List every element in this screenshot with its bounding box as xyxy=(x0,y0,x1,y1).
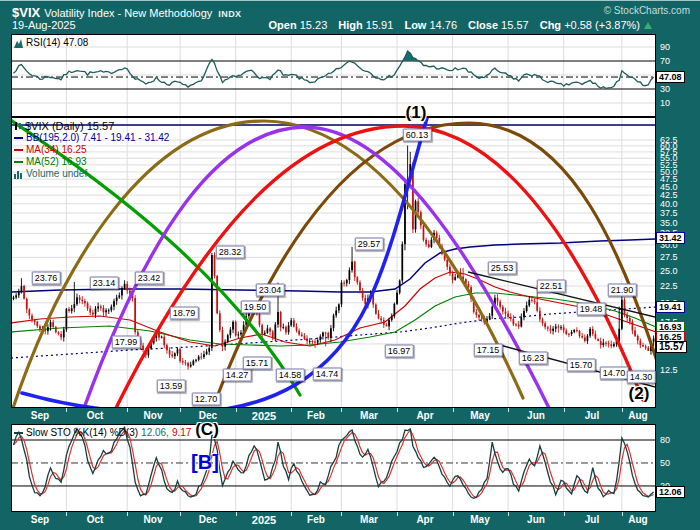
price-annotation-label: 23.04 xyxy=(256,284,285,297)
elliott-wave-label: (2) xyxy=(629,384,650,404)
price-annotation-label: 18.79 xyxy=(170,307,199,320)
sto-k-value: 12.06, xyxy=(141,427,169,439)
month-label: Mar xyxy=(360,410,378,421)
month-tick xyxy=(564,408,565,412)
month-label: 2025 xyxy=(252,514,276,526)
volume-bars-icon xyxy=(14,170,23,179)
price-annotation-label: 25.53 xyxy=(488,262,517,275)
price-annotation-label: 19.48 xyxy=(577,303,606,316)
chart-title: Volatility Index - New Methodology xyxy=(44,7,212,19)
month-tick xyxy=(180,512,181,516)
month-tick xyxy=(127,512,128,516)
open-value: 15.23 xyxy=(300,19,328,31)
month-tick xyxy=(66,512,67,516)
change-up-arrow-icon xyxy=(644,22,652,29)
price-annotation-label: 60.13 xyxy=(403,129,432,142)
price-annotation-label: 23.76 xyxy=(32,272,61,285)
month-tick xyxy=(508,408,509,412)
month-label: Oct xyxy=(87,514,104,525)
bb-legend-label: BB(195,2.0) 7.41 - 19.41 - 31.42 xyxy=(26,132,169,144)
price-annotation-label: 12.70 xyxy=(192,393,221,406)
rsi-axis-tick: 10 xyxy=(660,98,670,108)
price-annotation-label: 28.32 xyxy=(216,246,245,259)
month-tick xyxy=(508,512,509,516)
month-tick xyxy=(291,408,292,412)
price-annotation-label: 16.97 xyxy=(385,345,414,358)
elliott-wave-label: (C) xyxy=(195,420,219,440)
ma52-legend-label: MA(52) 16.93 xyxy=(26,156,87,168)
area-chart-icon xyxy=(14,39,23,48)
ma34-line-icon xyxy=(14,149,23,151)
price-annotation-label: 21.90 xyxy=(608,284,637,297)
price-annotation-label: 15.71 xyxy=(243,357,272,370)
sto-line-icon xyxy=(14,432,23,434)
price-level-box: 31.42 xyxy=(656,232,685,244)
month-label: Sep xyxy=(31,514,49,525)
sto-axis-tick: 80 xyxy=(660,435,670,445)
price-annotation-label: 23.14 xyxy=(90,277,119,290)
main-legend: $VIX (Daily) 15.57 BB(195,2.0) 7.41 - 19… xyxy=(14,120,169,180)
month-tick xyxy=(453,408,454,412)
rsi-plot xyxy=(12,35,655,116)
symbol-daily-label: $VIX (Daily) 15.57 xyxy=(25,120,114,132)
month-tick xyxy=(236,512,237,516)
month-label: Sep xyxy=(31,410,49,421)
quote-row: 19-Aug-2025 Open 15.23 High 15.91 Low 14… xyxy=(12,19,692,33)
symbol-label: $VIX xyxy=(12,5,40,20)
month-label: Feb xyxy=(307,514,325,525)
price-annotation-label: 29.57 xyxy=(355,238,384,251)
month-tick xyxy=(291,512,292,516)
sto-d-value: 9.17 xyxy=(172,427,191,439)
volume-legend-label: Volume undef xyxy=(26,168,87,180)
month-label: Mar xyxy=(360,514,378,525)
month-label: Jun xyxy=(527,514,545,525)
candlestick-icon xyxy=(14,121,22,131)
ma52-line-icon xyxy=(14,161,23,163)
month-tick xyxy=(236,408,237,412)
price-level-box: 15.57 xyxy=(656,341,687,353)
price-axis-tick: 25.0 xyxy=(660,266,678,276)
price-axis-tick: 22.5 xyxy=(660,281,678,291)
month-tick xyxy=(127,408,128,412)
price-annotation-label: 16.23 xyxy=(519,352,548,365)
sto-axis-tick: 50 xyxy=(660,458,670,468)
month-label: Oct xyxy=(87,410,104,421)
low-label: Low xyxy=(404,19,426,31)
rsi-current-box: 47.08 xyxy=(656,71,685,83)
price-annotation-label: 14.58 xyxy=(276,369,305,382)
price-annotation-label: 14.27 xyxy=(223,369,252,382)
month-tick xyxy=(564,512,565,516)
low-value: 14.76 xyxy=(429,19,457,31)
exchange-tag: INDX xyxy=(218,9,241,19)
month-tick xyxy=(180,408,181,412)
chg-label: Chg xyxy=(540,19,561,31)
high-label: High xyxy=(338,19,362,31)
price-annotation-label: 17.15 xyxy=(474,344,503,357)
price-annotation-label: 15.70 xyxy=(567,359,596,372)
price-level-box: 19.41 xyxy=(656,301,685,313)
month-tick xyxy=(341,512,342,516)
price-annotation-label: 23.42 xyxy=(135,272,164,285)
price-axis-tick: 27.5 xyxy=(660,252,678,262)
sto-legend-label: Slow STO %K(14) %D(3) xyxy=(26,427,138,439)
elliott-wave-label: [B] xyxy=(191,451,219,474)
price-annotation-label: 14.30 xyxy=(627,371,656,384)
month-tick xyxy=(453,512,454,516)
x-axis-months-upper: SepOctNovDec2025FebMarAprMayJunJulAug xyxy=(11,408,656,424)
month-label: Jul xyxy=(585,514,599,525)
open-label: Open xyxy=(269,19,297,31)
month-label: Nov xyxy=(144,514,163,525)
sto-current-box: 12.06 xyxy=(656,486,685,498)
month-tick xyxy=(341,408,342,412)
ohlc-quote-strip: Open 15.23 High 15.91 Low 14.76 Close 15… xyxy=(261,19,652,31)
close-value: 15.57 xyxy=(501,19,529,31)
price-annotation-label: 22.51 xyxy=(537,280,566,293)
price-annotation-label: 13.59 xyxy=(157,380,186,393)
month-tick xyxy=(66,408,67,412)
rsi-legend-label: RSI(14) 47.08 xyxy=(26,37,88,49)
price-annotation-label: 17.99 xyxy=(112,336,141,349)
month-label: May xyxy=(470,410,489,421)
stockcharts-credit: © StockCharts.com xyxy=(604,5,690,16)
rsi-axis-tick: 70 xyxy=(660,56,670,66)
month-label: 2025 xyxy=(252,410,276,422)
